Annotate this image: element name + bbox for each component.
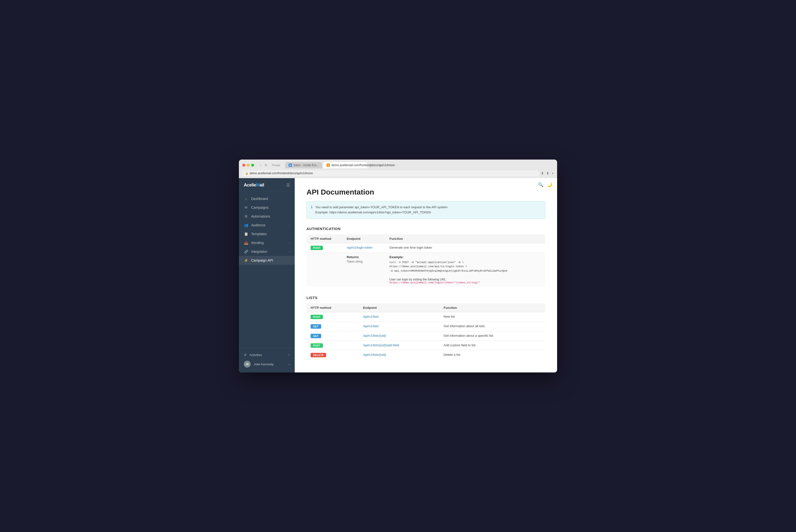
method-badge: DELETE	[310, 353, 326, 357]
endpoint-link[interactable]: /api/v1/lists/{uid}	[363, 353, 386, 357]
detail-empty	[307, 252, 343, 287]
endpoint-link[interactable]: /api/v1/lists	[363, 315, 379, 318]
endpoint-cell: /api/v1/lists/{uid}	[359, 331, 440, 341]
info-banner-text: You need to add parameter api_token=YOUR…	[315, 205, 448, 215]
sidebar-nav: ⌂ Dashboard ✉ Campaigns ⚙ Automations 👥 …	[239, 192, 295, 348]
method-cell: GET	[307, 322, 359, 331]
endpoint-cell: /api/v1/lists	[359, 322, 440, 331]
method-cell: POST	[307, 341, 359, 350]
download-icon[interactable]: ⬇	[541, 171, 544, 175]
sidebar-item-label: Automations	[251, 214, 270, 218]
external-link-icon: ↗	[288, 353, 290, 357]
table-row: POST /api/v1/lists New list	[307, 312, 545, 322]
automations-icon: ⚙	[244, 214, 248, 218]
method-badge: GET	[310, 334, 321, 338]
table-row: POST /api/v1/login-token Generate one ti…	[307, 243, 545, 252]
sidebar-item-label: Audience	[251, 223, 265, 227]
info-icon: ℹ	[311, 205, 312, 209]
theme-toggle-button[interactable]: 🌙	[547, 182, 552, 187]
function-cell: Add custom field to list	[440, 341, 545, 350]
forward-button[interactable]: ↻	[264, 163, 268, 168]
sidebar: AcelleMail ☰ ⌂ Dashboard ✉ Campaigns ⚙ A…	[239, 178, 295, 373]
new-tab-button[interactable]: +	[368, 164, 373, 168]
sidebar-item-label: Sending	[251, 241, 264, 245]
home-icon: ⌂	[244, 197, 248, 201]
sidebar-item-campaign-api[interactable]: ⚡ Campaign API	[239, 256, 295, 265]
method-cell: POST	[307, 312, 359, 322]
endpoint-link[interactable]: /api/v1/login-token	[347, 246, 373, 249]
sidebar-item-templates[interactable]: 📋 Templates	[239, 230, 295, 238]
app-layout: AcelleMail ☰ ⌂ Dashboard ✉ Campaigns ⚙ A…	[239, 178, 557, 373]
login-url[interactable]: https://demo.acellemail.com/login/token/…	[390, 281, 541, 284]
detail-example: Example: curl -X POST -H "accept:applica…	[385, 252, 545, 287]
traffic-lights	[242, 164, 254, 167]
back-button[interactable]: ‹	[259, 163, 262, 168]
templates-icon: 📋	[244, 232, 248, 236]
lists-table: HTTP method Endpoint Function POST /api/…	[306, 303, 545, 360]
tab-favicon-1: M	[289, 164, 292, 167]
chevron-right-icon: ›	[289, 250, 290, 253]
table-row: GET /api/v1/lists Get information about …	[307, 322, 545, 331]
sidebar-item-dashboard[interactable]: ⌂ Dashboard	[239, 194, 295, 203]
lists-col-function: Function	[440, 303, 545, 312]
example-code: curl -X POST -H "accept:application/json…	[390, 260, 541, 273]
activities-item[interactable]: ↺ Activities ↗	[239, 351, 295, 359]
function-cell: Generate one time login token	[385, 243, 545, 252]
sidebar-item-label: Campaign API	[251, 259, 273, 262]
share-icon[interactable]: ⬆	[546, 171, 549, 175]
api-icon: ⚡	[244, 259, 248, 262]
method-badge-post: POST	[310, 246, 323, 250]
detail-row: Returns Token string Example: curl -X PO…	[307, 252, 545, 287]
example-label: Example:	[390, 255, 541, 259]
maximize-button[interactable]	[251, 164, 254, 167]
tab-label-2: demo.acellemail.com/frontend/docs/api/v1…	[331, 164, 395, 167]
info-line2: Example: https://demo.acellemail.com/api…	[315, 210, 431, 214]
sidebar-item-audience[interactable]: 👥 Audience ›	[239, 221, 295, 230]
tab-close-icon[interactable]: ⋯	[396, 164, 398, 167]
browser-tabs: M token - Acelle Em... ● demo.acellemail…	[285, 162, 374, 168]
tab-favicon-2: ●	[326, 164, 330, 167]
chevron-right-icon: ›	[289, 242, 290, 244]
sidebar-item-sending[interactable]: 📤 Sending ›	[239, 238, 295, 247]
tab-token[interactable]: M token - Acelle Em...	[285, 162, 322, 168]
detail-returns: Returns Token string	[343, 252, 385, 287]
minimize-button[interactable]	[247, 164, 250, 167]
browser-nav: ‹ ↻	[259, 163, 268, 168]
auth-col-endpoint: Endpoint	[343, 234, 385, 243]
tab-docs[interactable]: ● demo.acellemail.com/frontend/docs/api/…	[323, 162, 367, 168]
tab-label-1: token - Acelle Em...	[293, 164, 319, 167]
sidebar-item-automations[interactable]: ⚙ Automations	[239, 212, 295, 221]
activities-label: Activities	[249, 353, 262, 357]
table-row: DELETE /api/v1/lists/{uid} Delete a list	[307, 350, 545, 360]
returns-value: Token string	[347, 260, 382, 263]
sending-icon: 📤	[244, 241, 248, 245]
method-badge: GET	[310, 324, 321, 329]
endpoint-link[interactable]: /api/v1/lists/{uid}	[363, 334, 386, 338]
login-text: User can login by visiting the following…	[390, 278, 541, 281]
sidebar-item-integration[interactable]: 🔗 Integration ›	[239, 247, 295, 256]
lists-col-method: HTTP method	[307, 303, 359, 312]
endpoint-link[interactable]: /api/v1/lists	[363, 324, 379, 328]
function-cell: New list	[440, 312, 545, 322]
browser-controls: ‹ ↻ Private M token - Acelle Em... ● dem…	[242, 162, 554, 168]
add-tab-icon[interactable]: +	[552, 171, 554, 175]
table-row: GET /api/v1/lists/{uid} Get information …	[307, 331, 545, 341]
endpoint-cell: /api/v1/login-token	[343, 243, 385, 252]
search-button[interactable]: 🔍	[538, 182, 544, 187]
sidebar-toggle-icon[interactable]: ☰	[286, 183, 290, 187]
endpoint-link[interactable]: /api/v1/lists/{uid}/add-field	[363, 343, 399, 347]
lists-col-endpoint: Endpoint	[359, 303, 440, 312]
chevron-right-icon: ›	[289, 362, 290, 366]
chevron-right-icon: ›	[289, 224, 290, 227]
endpoint-cell: /api/v1/lists/{uid}/add-field	[359, 341, 440, 350]
sidebar-header: AcelleMail ☰	[239, 178, 295, 192]
browser-action-icons: ⬇ ⬆ +	[541, 171, 554, 175]
sidebar-item-campaigns[interactable]: ✉ Campaigns	[239, 203, 295, 212]
address-bar[interactable]: 🔒 demo.acellemail.com/frontend/docs/api/…	[242, 170, 539, 176]
method-badge: POST	[310, 343, 323, 348]
close-button[interactable]	[242, 164, 245, 167]
method-badge: POST	[310, 315, 323, 319]
user-profile-item[interactable]: JK Jolie Kennedy ›	[239, 359, 295, 369]
sidebar-item-label: Dashboard	[251, 197, 268, 201]
method-cell: POST	[307, 243, 343, 252]
